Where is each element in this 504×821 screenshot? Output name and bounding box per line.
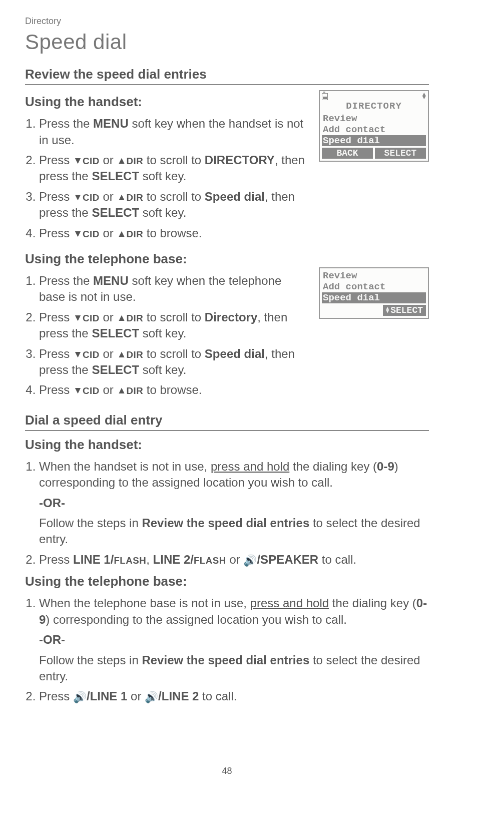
up-arrow-icon: ▲: [117, 191, 126, 204]
page-number: 48: [25, 765, 429, 777]
lcd-line: Review: [322, 113, 426, 124]
section-heading-review: Review the speed dial entries: [25, 66, 429, 85]
subheading-base-2: Using the telephone base:: [25, 573, 429, 590]
base-lcd-preview: Review Add contact Speed dial ▲▼ SELECT: [319, 267, 429, 319]
down-arrow-icon: ▼: [73, 311, 83, 324]
list-item: When the telephone base is not in use, p…: [39, 595, 429, 684]
subheading-handset-2: Using the handset:: [25, 436, 429, 454]
scroll-indicator-icon: ▲▼: [422, 93, 426, 100]
list-item: Press ▼CID or ▲DIR to browse.: [39, 225, 310, 241]
down-arrow-icon: ▼: [73, 348, 83, 361]
breadcrumb: Directory: [25, 15, 429, 27]
list-item: Press ▼CID or ▲DIR to scroll to Director…: [39, 309, 310, 342]
base-review-steps: Press the MENU soft key when the telepho…: [25, 273, 310, 398]
battery-icon: [322, 93, 328, 100]
up-arrow-icon: ▲: [117, 227, 126, 240]
section-heading-dial: Dial a speed dial entry: [25, 412, 429, 431]
handset-review-steps: Press the MENU soft key when the handset…: [25, 116, 310, 241]
page-title: Speed dial: [25, 28, 429, 57]
up-arrow-icon: ▲: [117, 384, 126, 397]
or-separator: -OR-: [39, 632, 429, 648]
list-item: Press the MENU soft key when the handset…: [39, 116, 310, 148]
or-separator: -OR-: [39, 495, 429, 511]
down-arrow-icon: ▼: [73, 227, 83, 240]
handset-lcd-preview: ▲▼ DIRECTORY Review Add contact Speed di…: [319, 90, 429, 162]
speaker-icon: 🔊: [73, 690, 87, 704]
alt-instruction: Follow the steps in Review the speed dia…: [39, 652, 429, 685]
handset-dial-steps: When the handset is not in use, press an…: [25, 459, 429, 568]
up-arrow-icon: ▲: [117, 154, 126, 167]
up-arrow-icon: ▲: [117, 348, 126, 361]
list-item: Press ▼CID or ▲DIR to scroll to DIRECTOR…: [39, 152, 310, 185]
list-item: When the handset is not in use, press an…: [39, 459, 429, 548]
lcd-line: Add contact: [322, 124, 426, 135]
subheading-base-1: Using the telephone base:: [25, 250, 310, 268]
scroll-indicator-icon: ▲▼: [386, 307, 389, 313]
lcd-line: Add contact: [322, 281, 426, 292]
speaker-icon: 🔊: [145, 690, 158, 704]
down-arrow-icon: ▼: [73, 154, 83, 167]
list-item: Press 🔊/LINE 1 or 🔊/LINE 2 to call.: [39, 688, 429, 704]
lcd-line: Review: [322, 270, 426, 281]
alt-instruction: Follow the steps in Review the speed dia…: [39, 515, 429, 548]
list-item: Press ▼CID or ▲DIR to scroll to Speed di…: [39, 189, 310, 221]
list-item: Press ▼CID or ▲DIR to browse.: [39, 382, 310, 398]
lcd-softkey-select: ▲▼ SELECT: [383, 305, 426, 316]
subheading-handset-1: Using the handset:: [25, 93, 310, 111]
list-item: Press ▼CID or ▲DIR to scroll to Speed di…: [39, 346, 310, 378]
base-dial-steps: When the telephone base is not in use, p…: [25, 595, 429, 704]
list-item: Press LINE 1/FLASH, LINE 2/FLASH or 🔊/SP…: [39, 552, 429, 568]
lcd-softkey-back: BACK: [322, 148, 373, 159]
lcd-title: DIRECTORY: [322, 100, 426, 113]
lcd-softkey-select: SELECT: [375, 148, 426, 159]
lcd-line-selected: Speed dial: [322, 292, 426, 303]
list-item: Press the MENU soft key when the telepho…: [39, 273, 310, 305]
speaker-icon: 🔊: [243, 553, 257, 568]
up-arrow-icon: ▲: [117, 311, 126, 324]
down-arrow-icon: ▼: [73, 384, 83, 397]
down-arrow-icon: ▼: [73, 191, 83, 204]
lcd-line-selected: Speed dial: [322, 135, 426, 146]
